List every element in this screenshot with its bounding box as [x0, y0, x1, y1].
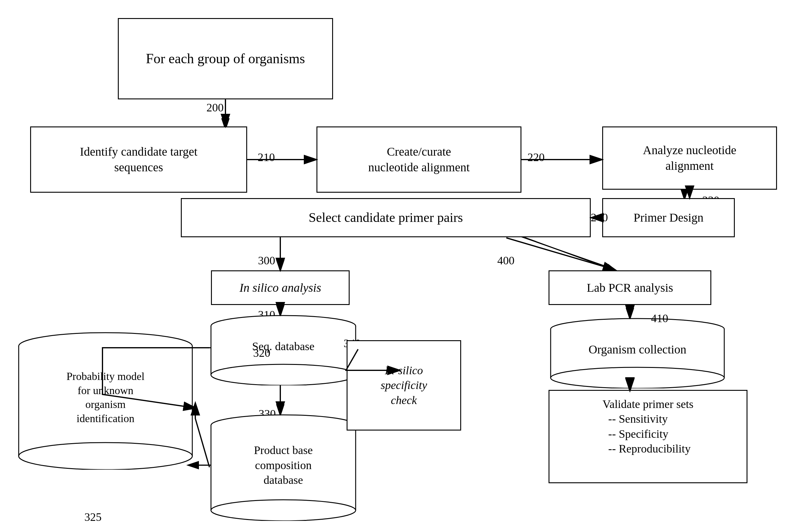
step-300: 300 — [258, 254, 275, 267]
select-candidate-box: Select candidate primer pairs — [181, 198, 591, 237]
identify-candidate-box: Identify candidate targetsequences — [30, 127, 247, 193]
probability-model-cylinder: Probability modelfor unknownorganismiden… — [17, 331, 194, 470]
svg-point-36 — [551, 367, 724, 388]
diagram: For each group of organisms 200 Identify… — [0, 0, 799, 532]
seq-database-label: Seq. database — [210, 339, 357, 354]
for-each-group-label: For each group of organisms — [146, 50, 305, 68]
svg-point-26 — [211, 500, 356, 521]
probability-model-label: Probability modelfor unknownorganismiden… — [17, 369, 194, 426]
primer-design-box: Primer Design — [602, 198, 735, 237]
validate-primer-label: Validate primer sets -- Sensitivity -- S… — [602, 397, 693, 456]
step-410: 410 — [651, 311, 668, 325]
primer-design-label: Primer Design — [634, 210, 704, 226]
create-curate-label: Create/curatenucleotide alignment — [368, 144, 470, 175]
step-210: 210 — [258, 151, 275, 164]
step-220: 220 — [527, 151, 545, 164]
organism-collection-label: Organism collection — [548, 342, 726, 357]
for-each-group-box: For each group of organisms — [118, 18, 333, 99]
in-silico-analysis-box: In silico analysis — [211, 270, 350, 305]
select-candidate-label: Select candidate primer pairs — [309, 209, 463, 226]
step-200: 200 — [206, 101, 224, 114]
create-curate-box: Create/curatenucleotide alignment — [316, 127, 522, 193]
in-silico-analysis-label: In silico analysis — [239, 280, 321, 296]
step-400: 400 — [497, 254, 514, 267]
step-240: 240 — [591, 211, 608, 224]
svg-line-7 — [519, 236, 615, 269]
lab-pcr-box: Lab PCR analysis — [548, 270, 711, 305]
in-silico-check-box: In-silicospecificitycheck — [347, 340, 461, 431]
product-base-cylinder: Product basecompositiondatabase — [210, 414, 357, 521]
analyze-nucleotide-label: Analyze nucleotidealignment — [643, 142, 736, 174]
product-base-label: Product basecompositiondatabase — [210, 443, 357, 488]
svg-point-31 — [19, 442, 192, 470]
in-silico-check-label: In-silicospecificitycheck — [381, 363, 427, 408]
lab-pcr-label: Lab PCR analysis — [587, 280, 673, 296]
identify-candidate-label: Identify candidate targetsequences — [80, 144, 197, 175]
seq-database-cylinder: Seq. database — [210, 315, 357, 385]
validate-primer-box: Validate primer sets -- Sensitivity -- S… — [548, 390, 747, 483]
organism-collection-cylinder: Organism collection — [548, 318, 726, 388]
svg-point-21 — [211, 364, 356, 385]
step-325: 325 — [85, 510, 102, 524]
analyze-nucleotide-box: Analyze nucleotidealignment — [602, 127, 777, 190]
